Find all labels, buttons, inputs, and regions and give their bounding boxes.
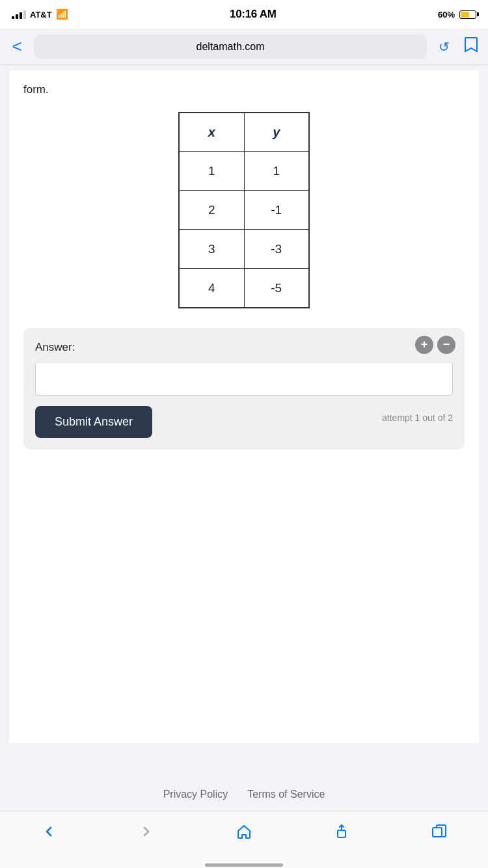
- plus-button[interactable]: +: [415, 336, 433, 354]
- cell-y-4: -5: [244, 269, 309, 308]
- battery-percent: 60%: [438, 10, 455, 20]
- answer-label: Answer:: [35, 341, 453, 354]
- terms-of-service-link[interactable]: Terms of Service: [247, 789, 325, 800]
- answer-box: + − Answer: Submit Answer attempt 1 out …: [23, 328, 465, 450]
- submit-button[interactable]: Submit Answer: [35, 406, 152, 438]
- cell-x-3: 3: [179, 230, 244, 269]
- intro-text: form.: [23, 82, 465, 98]
- signal-icon: [12, 10, 26, 19]
- cell-x-4: 4: [179, 269, 244, 308]
- reload-button[interactable]: ↺: [433, 39, 454, 55]
- col-header-y: y: [244, 113, 309, 152]
- time-label: 10:16 AM: [230, 8, 277, 21]
- footer-spacer: [0, 743, 488, 776]
- table-row: 3 -3: [179, 230, 309, 269]
- cell-x-2: 2: [179, 191, 244, 230]
- browser-back-button[interactable]: <: [7, 36, 27, 57]
- address-bar[interactable]: deltamath.com: [34, 34, 427, 59]
- footer-links: Privacy Policy Terms of Service: [0, 776, 488, 811]
- nav-forward-button[interactable]: [130, 817, 163, 846]
- carrier-label: AT&T: [30, 10, 52, 20]
- svg-rect-0: [338, 830, 346, 837]
- wifi-icon: 📶: [56, 8, 68, 20]
- cell-y-2: -1: [244, 191, 309, 230]
- battery-icon: [459, 10, 476, 19]
- url-text: deltamath.com: [197, 41, 265, 53]
- answer-input[interactable]: [35, 362, 453, 396]
- attempt-text: attempt 1 out of 2: [382, 413, 453, 423]
- status-right: 60%: [438, 10, 476, 20]
- home-indicator: [0, 865, 488, 868]
- answer-box-controls: + −: [415, 336, 455, 354]
- nav-back-button[interactable]: [33, 817, 65, 846]
- col-header-x: x: [179, 113, 244, 152]
- nav-share-button[interactable]: [325, 817, 358, 846]
- cell-x-1: 1: [179, 152, 244, 191]
- svg-rect-1: [433, 828, 442, 837]
- home-indicator-bar: [205, 863, 283, 867]
- status-left: AT&T 📶: [12, 8, 68, 20]
- table-row: 2 -1: [179, 191, 309, 230]
- browser-bar: < deltamath.com ↺: [0, 29, 488, 65]
- nav-tabs-button[interactable]: [423, 817, 455, 846]
- table-row: 1 1: [179, 152, 309, 191]
- data-table: x y 1 1 2 -1 3 -3 4 -5: [178, 112, 310, 308]
- bottom-nav: [0, 811, 488, 865]
- minus-button[interactable]: −: [437, 336, 455, 354]
- main-content: form. x y 1 1 2 -1 3 -3: [9, 70, 479, 743]
- privacy-policy-link[interactable]: Privacy Policy: [163, 789, 228, 800]
- cell-y-3: -3: [244, 230, 309, 269]
- nav-home-button[interactable]: [228, 817, 260, 846]
- status-bar: AT&T 📶 10:16 AM 60%: [0, 0, 488, 29]
- table-row: 4 -5: [179, 269, 309, 308]
- bookmark-button[interactable]: [461, 36, 481, 57]
- cell-y-1: 1: [244, 152, 309, 191]
